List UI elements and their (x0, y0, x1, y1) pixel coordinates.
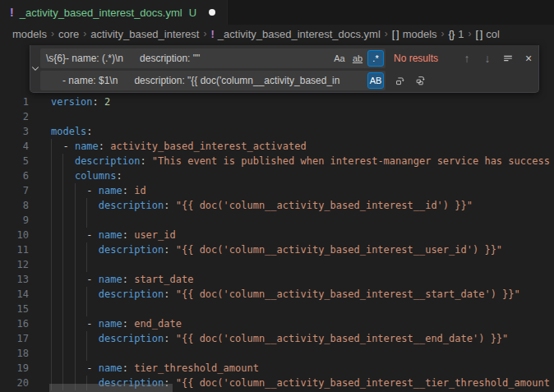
replace-button[interactable] (392, 72, 409, 89)
line-number: 15 (0, 302, 29, 316)
indent-guide (86, 302, 87, 316)
find-replace-widget: \s{6}- name: (.*)\n description: "" Aa a… (30, 45, 539, 93)
code-line: 14 description: "{{ doc('column__activit… (0, 287, 554, 302)
indent-guide (86, 346, 87, 361)
breadcrumb-item-models[interactable]: [ ]models (392, 28, 437, 40)
indent-guide (51, 213, 52, 228)
breadcrumb: models›core›activity_based_interest›!_ac… (0, 25, 554, 43)
regex-button[interactable]: .* (367, 50, 384, 67)
line-number: 18 (0, 346, 29, 361)
code-line: 6 columns: (0, 168, 554, 183)
line-content: description: "{{ doc('column__activity_b… (51, 287, 520, 302)
tab-bar: ! _activity_based_interest_docs.yml U (0, 0, 554, 25)
breadcrumb-separator: › (51, 28, 54, 39)
code-line: 19 - name: tier_threshold_amount (0, 361, 554, 376)
code-line: 17 description: "{{ doc('column__activit… (0, 331, 554, 346)
line-number: 20 (0, 376, 29, 390)
vscode-window: ! _activity_based_interest_docs.yml U mo… (0, 0, 554, 392)
line-content: description: "{{ doc('column__activity_b… (51, 198, 473, 213)
code-line: 5 description: "This event is published … (0, 154, 554, 168)
line-content: - name: id (51, 183, 146, 198)
line-number: 7 (0, 183, 29, 198)
close-find-button[interactable]: × (520, 50, 537, 67)
modified-dot-icon[interactable] (209, 9, 215, 16)
code-line: 7 - name: id (0, 183, 554, 198)
code-line: 4 - name: activity_based_interest_activa… (0, 139, 554, 154)
git-untracked-badge: U (189, 7, 196, 19)
breadcrumb-label: models (12, 28, 47, 40)
indent-guide (75, 213, 76, 228)
code-line: 16 - name: end_date (0, 316, 554, 331)
line-number: 6 (0, 168, 29, 183)
line-content: description: "This event is published wh… (51, 154, 550, 168)
indent-guide (62, 257, 63, 272)
line-content: description: "{{ doc('column__activity_b… (51, 242, 502, 257)
find-results-message: No results (394, 53, 446, 64)
chevron-down-icon (30, 62, 40, 76)
line-number: 9 (0, 213, 29, 228)
preserve-case-button[interactable]: AB (367, 72, 384, 89)
code-line: 18 (0, 346, 554, 361)
object-symbol-icon: {} (449, 28, 455, 40)
indent-guide (62, 213, 63, 228)
breadcrumb-label: core (58, 28, 79, 40)
editor-pane[interactable]: 1version: 223models:4 - name: activity_b… (0, 43, 554, 392)
yaml-symbol-icon: ! (210, 28, 213, 40)
indent-guide (51, 302, 52, 316)
breadcrumb-label: 1 (458, 28, 464, 40)
replace-value-text: - name: $1\n description: "{{ doc('colum… (40, 71, 385, 90)
breadcrumb-item-activity_based_interest[interactable]: activity_based_interest (90, 28, 199, 40)
line-content: - name: user_id (51, 228, 176, 242)
breadcrumb-label: _activity_based_interest_docs.yml (218, 28, 381, 40)
breadcrumb-separator: › (203, 28, 206, 39)
line-number: 19 (0, 361, 29, 376)
line-content: - name: activity_based_interest_activate… (51, 139, 307, 154)
breadcrumb-label: models (403, 28, 437, 40)
tab-activity-based-interest-docs[interactable]: ! _activity_based_interest_docs.yml U (0, 0, 228, 25)
code-line: 12 (0, 257, 554, 272)
line-content: columns: (51, 168, 122, 183)
line-number: 12 (0, 257, 29, 272)
code-line: 3models: (0, 124, 554, 139)
previous-match-button[interactable]: ↑ (459, 50, 475, 67)
toggle-replace-button[interactable] (30, 45, 40, 92)
breadcrumb-item-models[interactable]: models (12, 28, 47, 40)
yaml-file-icon: ! (10, 6, 14, 19)
breadcrumb-item-_activity_based_interest_docs.yml[interactable]: !_activity_based_interest_docs.yml (210, 28, 380, 40)
line-content: - name: start_date (51, 272, 193, 287)
replace-input[interactable]: - name: $1\n description: "{{ doc('colum… (40, 71, 385, 90)
indent-guide (51, 257, 52, 272)
code-line: 10 - name: user_id (0, 228, 554, 242)
line-number: 10 (0, 228, 29, 242)
next-match-button[interactable]: ↓ (479, 50, 496, 67)
indent-guide (62, 302, 63, 316)
breadcrumb-separator: › (469, 28, 472, 39)
code-line: 1version: 2 (0, 95, 554, 109)
breadcrumb-item-1[interactable]: {}1 (449, 28, 464, 40)
indent-guide (75, 302, 76, 316)
line-content: - name: end_date (51, 316, 182, 331)
line-number: 1 (0, 95, 29, 109)
array-symbol-icon: [ ] (392, 28, 399, 40)
whole-word-button[interactable]: ab (349, 50, 366, 67)
indent-guide (62, 346, 63, 361)
match-case-button[interactable]: Aa (331, 50, 348, 67)
code-area[interactable]: 1version: 223models:4 - name: activity_b… (0, 95, 554, 390)
code-line: 2 (0, 109, 554, 124)
breadcrumb-label: activity_based_interest (90, 28, 199, 40)
horizontal-scrollbar-slider[interactable] (49, 384, 173, 392)
find-in-selection-button[interactable] (500, 50, 516, 67)
line-content: version: 2 (51, 95, 110, 109)
line-content: description: "{{ doc('column__activity_b… (51, 331, 508, 346)
array-symbol-icon: [ ] (476, 28, 482, 40)
line-number: 5 (0, 154, 29, 168)
breadcrumb-item-col[interactable]: [ ]col (476, 28, 500, 40)
replace-all-button[interactable] (413, 72, 429, 89)
breadcrumb-label: col (486, 28, 500, 40)
indent-guide (75, 346, 76, 361)
breadcrumb-item-core[interactable]: core (58, 28, 79, 40)
breadcrumb-separator: › (441, 28, 445, 39)
find-input[interactable]: \s{6}- name: (.*)\n description: "" Aa a… (40, 48, 385, 68)
tab-title: _activity_based_interest_docs.yml (20, 7, 182, 19)
line-number: 2 (0, 109, 29, 124)
